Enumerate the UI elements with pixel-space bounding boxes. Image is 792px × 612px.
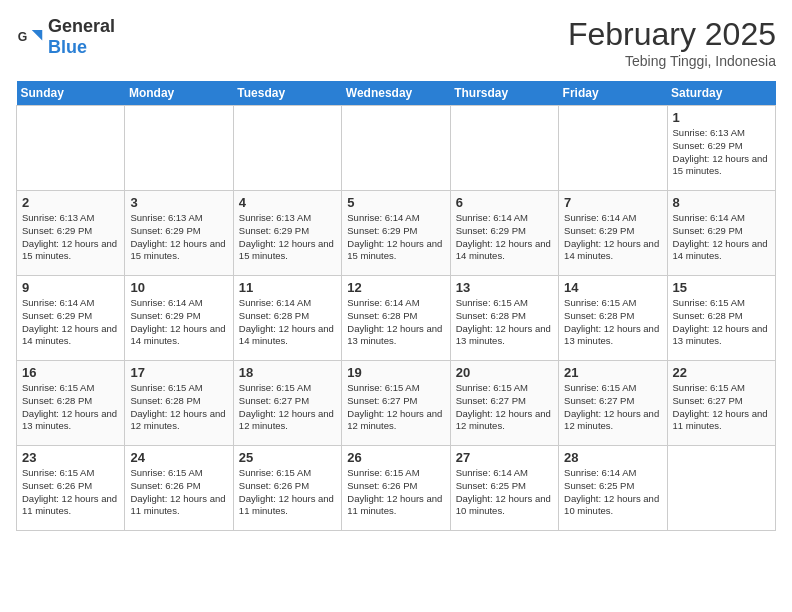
cell-sun-info: Sunrise: 6:15 AM Sunset: 6:26 PM Dayligh… bbox=[130, 467, 227, 518]
days-header-row: SundayMondayTuesdayWednesdayThursdayFrid… bbox=[17, 81, 776, 106]
day-number: 28 bbox=[564, 450, 661, 465]
calendar-cell: 22Sunrise: 6:15 AM Sunset: 6:27 PM Dayli… bbox=[667, 361, 775, 446]
cell-sun-info: Sunrise: 6:15 AM Sunset: 6:27 PM Dayligh… bbox=[456, 382, 553, 433]
calendar-cell: 9Sunrise: 6:14 AM Sunset: 6:29 PM Daylig… bbox=[17, 276, 125, 361]
header: G General Blue February 2025 Tebing Ting… bbox=[16, 16, 776, 69]
calendar-cell: 19Sunrise: 6:15 AM Sunset: 6:27 PM Dayli… bbox=[342, 361, 450, 446]
day-number: 16 bbox=[22, 365, 119, 380]
cell-sun-info: Sunrise: 6:15 AM Sunset: 6:27 PM Dayligh… bbox=[673, 382, 770, 433]
day-number: 1 bbox=[673, 110, 770, 125]
calendar-cell: 5Sunrise: 6:14 AM Sunset: 6:29 PM Daylig… bbox=[342, 191, 450, 276]
day-number: 13 bbox=[456, 280, 553, 295]
cell-sun-info: Sunrise: 6:14 AM Sunset: 6:29 PM Dayligh… bbox=[564, 212, 661, 263]
cell-sun-info: Sunrise: 6:15 AM Sunset: 6:28 PM Dayligh… bbox=[564, 297, 661, 348]
calendar-cell: 4Sunrise: 6:13 AM Sunset: 6:29 PM Daylig… bbox=[233, 191, 341, 276]
calendar-cell: 16Sunrise: 6:15 AM Sunset: 6:28 PM Dayli… bbox=[17, 361, 125, 446]
day-number: 10 bbox=[130, 280, 227, 295]
cell-sun-info: Sunrise: 6:13 AM Sunset: 6:29 PM Dayligh… bbox=[673, 127, 770, 178]
calendar-week-4: 16Sunrise: 6:15 AM Sunset: 6:28 PM Dayli… bbox=[17, 361, 776, 446]
cell-sun-info: Sunrise: 6:14 AM Sunset: 6:29 PM Dayligh… bbox=[673, 212, 770, 263]
cell-sun-info: Sunrise: 6:15 AM Sunset: 6:26 PM Dayligh… bbox=[239, 467, 336, 518]
calendar-cell: 21Sunrise: 6:15 AM Sunset: 6:27 PM Dayli… bbox=[559, 361, 667, 446]
logo: G General Blue bbox=[16, 16, 115, 58]
cell-sun-info: Sunrise: 6:15 AM Sunset: 6:28 PM Dayligh… bbox=[673, 297, 770, 348]
calendar-cell bbox=[559, 106, 667, 191]
cell-sun-info: Sunrise: 6:14 AM Sunset: 6:29 PM Dayligh… bbox=[456, 212, 553, 263]
day-number: 7 bbox=[564, 195, 661, 210]
calendar-cell: 26Sunrise: 6:15 AM Sunset: 6:26 PM Dayli… bbox=[342, 446, 450, 531]
logo-general: General bbox=[48, 16, 115, 36]
day-number: 14 bbox=[564, 280, 661, 295]
calendar-cell: 28Sunrise: 6:14 AM Sunset: 6:25 PM Dayli… bbox=[559, 446, 667, 531]
calendar-week-2: 2Sunrise: 6:13 AM Sunset: 6:29 PM Daylig… bbox=[17, 191, 776, 276]
day-number: 9 bbox=[22, 280, 119, 295]
day-number: 8 bbox=[673, 195, 770, 210]
calendar-cell: 17Sunrise: 6:15 AM Sunset: 6:28 PM Dayli… bbox=[125, 361, 233, 446]
calendar-cell: 2Sunrise: 6:13 AM Sunset: 6:29 PM Daylig… bbox=[17, 191, 125, 276]
logo-icon: G bbox=[16, 23, 44, 51]
cell-sun-info: Sunrise: 6:14 AM Sunset: 6:25 PM Dayligh… bbox=[456, 467, 553, 518]
calendar-cell: 24Sunrise: 6:15 AM Sunset: 6:26 PM Dayli… bbox=[125, 446, 233, 531]
day-header-saturday: Saturday bbox=[667, 81, 775, 106]
cell-sun-info: Sunrise: 6:15 AM Sunset: 6:26 PM Dayligh… bbox=[22, 467, 119, 518]
cell-sun-info: Sunrise: 6:13 AM Sunset: 6:29 PM Dayligh… bbox=[239, 212, 336, 263]
calendar-cell: 14Sunrise: 6:15 AM Sunset: 6:28 PM Dayli… bbox=[559, 276, 667, 361]
cell-sun-info: Sunrise: 6:15 AM Sunset: 6:28 PM Dayligh… bbox=[22, 382, 119, 433]
day-number: 20 bbox=[456, 365, 553, 380]
calendar-cell: 6Sunrise: 6:14 AM Sunset: 6:29 PM Daylig… bbox=[450, 191, 558, 276]
cell-sun-info: Sunrise: 6:13 AM Sunset: 6:29 PM Dayligh… bbox=[22, 212, 119, 263]
day-number: 4 bbox=[239, 195, 336, 210]
day-number: 25 bbox=[239, 450, 336, 465]
day-header-friday: Friday bbox=[559, 81, 667, 106]
day-number: 24 bbox=[130, 450, 227, 465]
calendar-cell: 10Sunrise: 6:14 AM Sunset: 6:29 PM Dayli… bbox=[125, 276, 233, 361]
calendar-cell: 25Sunrise: 6:15 AM Sunset: 6:26 PM Dayli… bbox=[233, 446, 341, 531]
cell-sun-info: Sunrise: 6:15 AM Sunset: 6:26 PM Dayligh… bbox=[347, 467, 444, 518]
calendar-cell: 11Sunrise: 6:14 AM Sunset: 6:28 PM Dayli… bbox=[233, 276, 341, 361]
day-number: 27 bbox=[456, 450, 553, 465]
day-number: 19 bbox=[347, 365, 444, 380]
cell-sun-info: Sunrise: 6:14 AM Sunset: 6:28 PM Dayligh… bbox=[239, 297, 336, 348]
cell-sun-info: Sunrise: 6:15 AM Sunset: 6:27 PM Dayligh… bbox=[347, 382, 444, 433]
cell-sun-info: Sunrise: 6:14 AM Sunset: 6:25 PM Dayligh… bbox=[564, 467, 661, 518]
calendar-cell: 23Sunrise: 6:15 AM Sunset: 6:26 PM Dayli… bbox=[17, 446, 125, 531]
month-year-title: February 2025 bbox=[568, 16, 776, 53]
day-header-wednesday: Wednesday bbox=[342, 81, 450, 106]
calendar-cell: 27Sunrise: 6:14 AM Sunset: 6:25 PM Dayli… bbox=[450, 446, 558, 531]
day-number: 18 bbox=[239, 365, 336, 380]
cell-sun-info: Sunrise: 6:15 AM Sunset: 6:27 PM Dayligh… bbox=[564, 382, 661, 433]
cell-sun-info: Sunrise: 6:14 AM Sunset: 6:29 PM Dayligh… bbox=[347, 212, 444, 263]
day-number: 11 bbox=[239, 280, 336, 295]
svg-text:G: G bbox=[18, 30, 28, 44]
cell-sun-info: Sunrise: 6:14 AM Sunset: 6:28 PM Dayligh… bbox=[347, 297, 444, 348]
cell-sun-info: Sunrise: 6:15 AM Sunset: 6:28 PM Dayligh… bbox=[130, 382, 227, 433]
day-header-monday: Monday bbox=[125, 81, 233, 106]
calendar-cell: 7Sunrise: 6:14 AM Sunset: 6:29 PM Daylig… bbox=[559, 191, 667, 276]
cell-sun-info: Sunrise: 6:13 AM Sunset: 6:29 PM Dayligh… bbox=[130, 212, 227, 263]
calendar-cell: 8Sunrise: 6:14 AM Sunset: 6:29 PM Daylig… bbox=[667, 191, 775, 276]
calendar-cell bbox=[667, 446, 775, 531]
day-number: 23 bbox=[22, 450, 119, 465]
day-number: 15 bbox=[673, 280, 770, 295]
calendar-cell bbox=[17, 106, 125, 191]
day-number: 26 bbox=[347, 450, 444, 465]
day-number: 17 bbox=[130, 365, 227, 380]
calendar-week-1: 1Sunrise: 6:13 AM Sunset: 6:29 PM Daylig… bbox=[17, 106, 776, 191]
calendar-cell: 15Sunrise: 6:15 AM Sunset: 6:28 PM Dayli… bbox=[667, 276, 775, 361]
day-number: 3 bbox=[130, 195, 227, 210]
day-header-tuesday: Tuesday bbox=[233, 81, 341, 106]
logo-wordmark: General Blue bbox=[48, 16, 115, 58]
logo-blue: Blue bbox=[48, 37, 87, 57]
location-subtitle: Tebing Tinggi, Indonesia bbox=[568, 53, 776, 69]
calendar-cell bbox=[233, 106, 341, 191]
calendar-cell: 3Sunrise: 6:13 AM Sunset: 6:29 PM Daylig… bbox=[125, 191, 233, 276]
day-number: 5 bbox=[347, 195, 444, 210]
title-area: February 2025 Tebing Tinggi, Indonesia bbox=[568, 16, 776, 69]
day-number: 12 bbox=[347, 280, 444, 295]
day-number: 2 bbox=[22, 195, 119, 210]
calendar-cell: 18Sunrise: 6:15 AM Sunset: 6:27 PM Dayli… bbox=[233, 361, 341, 446]
day-number: 22 bbox=[673, 365, 770, 380]
calendar-cell bbox=[342, 106, 450, 191]
calendar-cell: 12Sunrise: 6:14 AM Sunset: 6:28 PM Dayli… bbox=[342, 276, 450, 361]
calendar-week-5: 23Sunrise: 6:15 AM Sunset: 6:26 PM Dayli… bbox=[17, 446, 776, 531]
